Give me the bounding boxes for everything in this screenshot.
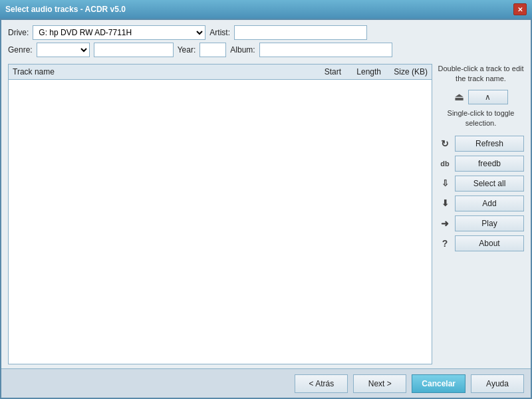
play-icon: ➜ — [438, 218, 452, 229]
album-label: Album: — [230, 45, 255, 55]
eject-area: ⏏ ∧ — [438, 90, 524, 104]
track-list-body[interactable] — [9, 80, 432, 364]
add-icon: ⬇ — [438, 198, 452, 208]
title-bar: Select audio tracks - ACDR v5.0 ✕ — [0, 0, 532, 19]
form-area: Drive: G: hp DVD RW AD-7711H Artist: Gen… — [1, 20, 531, 60]
select-all-button[interactable]: Select all — [455, 176, 524, 192]
col-track-name: Track name — [13, 67, 305, 76]
play-row: ➜ Play — [438, 215, 524, 231]
refresh-button[interactable]: Refresh — [455, 136, 524, 152]
col-start: Start — [305, 67, 341, 76]
hint-dblclick: Double-click a track to edit the track n… — [438, 64, 524, 84]
next-button[interactable]: Next > — [353, 374, 406, 393]
drive-row: Drive: G: hp DVD RW AD-7711H Artist: — [8, 25, 524, 40]
artist-label: Artist: — [209, 28, 230, 37]
genre-text-input[interactable] — [94, 43, 174, 57]
window-title: Select audio tracks - ACDR v5.0 — [5, 5, 126, 14]
about-icon: ? — [438, 238, 452, 249]
freedb-row: db freedb — [438, 156, 524, 172]
about-row: ? About — [438, 235, 524, 251]
play-button[interactable]: Play — [455, 215, 524, 231]
track-list-header: Track name Start Length Size (KB) — [9, 65, 432, 80]
content-area: Track name Start Length Size (KB) Double… — [1, 60, 531, 368]
about-button[interactable]: About — [455, 235, 524, 251]
add-row: ⬇ Add — [438, 196, 524, 211]
bottom-nav: < Atrás Next > Cancelar Ayuda — [1, 368, 531, 398]
help-button[interactable]: Ayuda — [471, 374, 524, 393]
freedb-icon: db — [438, 160, 452, 168]
back-button[interactable]: < Atrás — [295, 374, 348, 393]
add-button[interactable]: Add — [455, 196, 524, 211]
year-label: Year: — [178, 45, 196, 55]
drive-select[interactable]: G: hp DVD RW AD-7711H — [33, 25, 205, 40]
drive-label: Drive: — [8, 28, 29, 37]
select-all-row: ⇩ Select all — [438, 176, 524, 192]
refresh-row: ↻ Refresh — [438, 136, 524, 152]
right-panel: Double-click a track to edit the track n… — [438, 64, 524, 364]
select-all-icon: ⇩ — [438, 178, 452, 188]
genre-label: Genre: — [8, 45, 33, 55]
album-input[interactable] — [259, 43, 392, 57]
genre-select[interactable] — [37, 43, 90, 57]
main-window: Drive: G: hp DVD RW AD-7711H Artist: Gen… — [0, 19, 532, 399]
col-length: Length — [341, 67, 381, 76]
artist-input[interactable] — [234, 25, 367, 40]
cancel-button[interactable]: Cancelar — [412, 374, 466, 393]
close-button[interactable]: ✕ — [513, 3, 527, 15]
eject-button[interactable]: ∧ — [468, 90, 508, 104]
hint-singleclick: Single-click to toggle selection. — [438, 108, 524, 129]
col-size: Size (KB) — [381, 67, 428, 76]
freedb-button[interactable]: freedb — [455, 156, 524, 172]
year-input[interactable] — [200, 43, 226, 57]
genre-row: Genre: Year: Album: — [8, 43, 524, 57]
track-list-container: Track name Start Length Size (KB) — [8, 64, 432, 364]
title-bar-buttons: ✕ — [513, 3, 527, 15]
refresh-icon: ↻ — [438, 138, 452, 149]
eject-icon: ⏏ — [454, 90, 464, 103]
